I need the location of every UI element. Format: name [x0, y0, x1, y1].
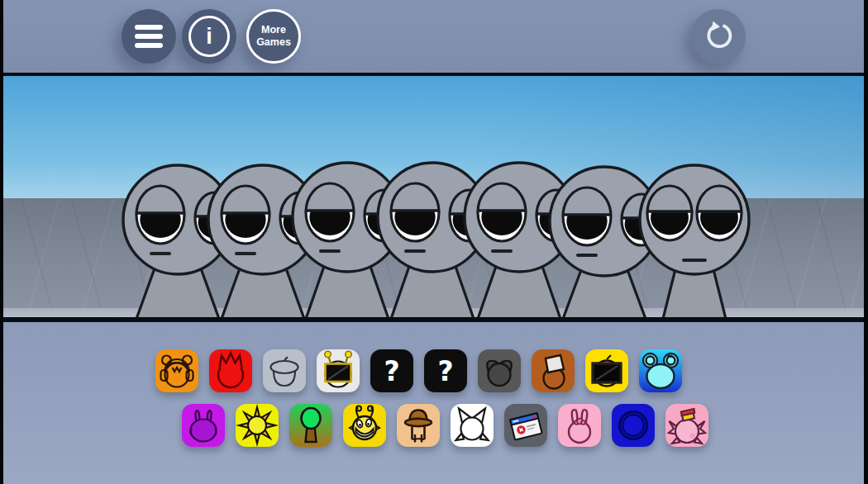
info-icon: i — [188, 16, 230, 57]
blue-ring-icon — [612, 404, 655, 447]
sound-icon-fedora-guy[interactable] — [397, 404, 440, 447]
pink-axolotl-crown-icon — [665, 404, 708, 447]
sound-icon-browser-error-window[interactable] — [504, 404, 547, 447]
monkey-headphones-icon — [155, 349, 198, 392]
svg-text:?: ? — [437, 355, 453, 387]
browser-error-window-icon — [504, 404, 547, 447]
tv-robot-antennae-icon — [317, 349, 360, 392]
sound-icon-monkey-headphones[interactable] — [155, 349, 198, 392]
sun-burst-icon — [236, 404, 279, 447]
sound-icon-blue-ring[interactable] — [612, 404, 655, 447]
acorn-cap-icon — [263, 349, 306, 392]
tree-head-icon — [289, 404, 332, 447]
more-games-button[interactable]: MoreGames — [246, 9, 301, 64]
top-bar: i MoreGames — [3, 0, 864, 73]
stage-character[interactable] — [640, 165, 749, 317]
tv-screen-head-icon — [585, 349, 628, 392]
sound-icon-pink-bunny[interactable] — [558, 404, 601, 447]
sound-icon-tree-head[interactable] — [289, 404, 332, 447]
sound-icon-bee-awesome-face[interactable] — [343, 404, 386, 447]
sound-icon-mouse-ears-cyan[interactable] — [639, 349, 682, 392]
restart-icon — [703, 21, 734, 52]
menu-button[interactable] — [122, 9, 176, 64]
sound-icon-white-cat-head[interactable] — [451, 404, 494, 447]
svg-text:?: ? — [384, 355, 399, 387]
fedora-guy-icon — [397, 404, 440, 447]
mouse-ears-cyan-icon — [639, 349, 682, 392]
cat-ears-silhouette-icon — [478, 349, 521, 392]
sound-palette-panel: ?? — [3, 322, 864, 484]
sound-icon-cat-ears-silhouette[interactable] — [478, 349, 521, 392]
sound-icon-paper-hat-head[interactable] — [532, 349, 575, 392]
sound-icon-horned-purple-creature[interactable] — [182, 404, 225, 447]
game-frame: i MoreGames — [0, 0, 868, 484]
sound-icon-sun-burst[interactable] — [236, 404, 279, 447]
white-cat-head-icon — [451, 404, 494, 447]
game-content: i MoreGames — [3, 0, 864, 484]
pink-bunny-icon — [558, 404, 601, 447]
sound-icon-question-mark-1[interactable]: ? — [370, 349, 413, 392]
stage — [3, 73, 864, 322]
sound-icon-acorn-cap[interactable] — [263, 349, 306, 392]
info-button[interactable]: i — [182, 9, 236, 64]
red-spiky-head-icon — [209, 349, 252, 392]
paper-hat-head-icon — [532, 349, 575, 392]
characters-layer — [3, 76, 864, 317]
sound-icon-row-1: ?? — [155, 349, 682, 392]
sound-icon-pink-axolotl-crown[interactable] — [665, 404, 708, 447]
sound-icon-tv-robot-antennae[interactable] — [317, 349, 360, 392]
more-games-label: MoreGames — [256, 24, 291, 49]
sound-icon-question-mark-2[interactable]: ? — [424, 349, 467, 392]
horned-purple-creature-icon — [182, 404, 225, 447]
sound-icon-tv-screen-head[interactable] — [585, 349, 628, 392]
question-mark-1-icon: ? — [370, 349, 413, 392]
bee-awesome-face-icon — [343, 404, 386, 447]
restart-button[interactable] — [691, 9, 746, 64]
hamburger-menu-icon — [135, 25, 163, 48]
sound-icon-red-spiky-head[interactable] — [209, 349, 252, 392]
question-mark-2-icon: ? — [424, 349, 467, 392]
sound-icon-row-2 — [182, 404, 708, 447]
